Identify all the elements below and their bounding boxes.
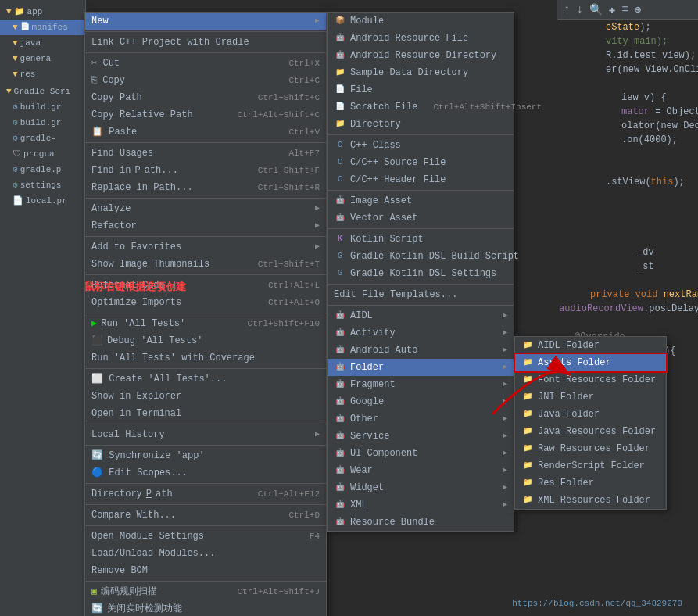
menu-folder-xml[interactable]: 📁 XML Resources Folder: [515, 492, 666, 509]
menu-item-copy-path-shortcut: Ctrl+Shift+C: [258, 89, 320, 106]
menu-item-remove-bom[interactable]: Remove BOM: [85, 562, 326, 579]
menu-item-synchronize[interactable]: 🔄 Synchronize 'app': [85, 447, 326, 464]
menu-item-new[interactable]: New ▶: [85, 13, 326, 30]
menu-new-cpp-header[interactable]: C C/C++ Header File: [328, 171, 514, 188]
menu-new-service[interactable]: 🤖 Service ▶: [328, 428, 514, 445]
menu-folder-assets[interactable]: 📁 Assets Folder: [515, 354, 666, 371]
menu-item-module-settings[interactable]: Open Module Settings F4: [85, 528, 326, 545]
menu-item-copy[interactable]: ⎘ Copy Ctrl+C: [85, 72, 326, 89]
sidebar-item-generated[interactable]: ▼ genera: [0, 51, 85, 66]
menu-new-edit-templates[interactable]: Edit File Templates...: [328, 286, 514, 303]
menu-new-activity[interactable]: 🤖 Activity ▶: [328, 324, 514, 342]
menu-arrow-fragment: ▶: [503, 376, 507, 393]
sidebar-item-res[interactable]: ▼ res: [0, 66, 85, 82]
menu-item-find-usages[interactable]: Find Usages Alt+F7: [85, 145, 326, 162]
menu-folder-aidl[interactable]: 📁 AIDL Folder: [515, 337, 666, 354]
menu-item-module-shortcut: F4: [310, 528, 320, 545]
menu-item-local-history[interactable]: Local History ▶: [85, 426, 326, 443]
menu-new-fragment[interactable]: 🤖 Fragment ▶: [328, 376, 514, 393]
menu-new-scratch-file[interactable]: 📄 Scratch File Ctrl+Alt+Shift+Insert: [328, 98, 514, 116]
menu-new-google[interactable]: 🤖 Google ▶: [328, 393, 514, 410]
menu-item-run-coverage[interactable]: Run 'All Tests' with Coverage: [85, 349, 326, 367]
menu-separator-11: [85, 483, 326, 484]
menu-item-copy-path[interactable]: Copy Path Ctrl+Shift+C: [85, 89, 326, 106]
menu-new-xml[interactable]: 🤖 XML ▶: [328, 496, 514, 514]
menu-item-load-modules[interactable]: Load/Unload Modules...: [85, 545, 326, 562]
menu-new-image-asset[interactable]: 🤖 Image Asset: [328, 192, 514, 210]
menu-arrow-analyze: ▶: [315, 200, 320, 217]
menu-item-optimize-imports[interactable]: Optimize Imports Ctrl+Alt+O: [85, 294, 326, 311]
menu-item-create-tests[interactable]: ⬜ Create 'All Tests'...: [85, 371, 326, 388]
sidebar-item-build2[interactable]: ⚙ build.gr: [0, 115, 85, 131]
menu-new-gradle-kotlin-build[interactable]: G Gradle Kotlin DSL Build Script: [328, 248, 514, 265]
menu-new-cpp-class[interactable]: C C++ Class: [328, 137, 514, 154]
menu-item-paste[interactable]: 📋 Paste Ctrl+V: [85, 124, 326, 141]
menu-item-cut-shortcut: Ctrl+X: [288, 55, 320, 72]
menu-item-code-scan[interactable]: ▣ 编码规则扫描 Ctrl+Alt+Shift+J: [85, 583, 326, 600]
menu-new-aidl[interactable]: 🤖 AIDL ▶: [328, 307, 514, 324]
menu-item-show-explorer[interactable]: Show in Explorer: [85, 388, 326, 405]
toolbar-search-icon[interactable]: 🔍: [589, 3, 603, 16]
menu-item-find-in-path[interactable]: Find in Path... Ctrl+Shift+F: [85, 162, 326, 179]
menu-new-gradle-kotlin-settings[interactable]: G Gradle Kotlin DSL Settings: [328, 265, 514, 282]
sidebar-item-build1[interactable]: ⚙ build.gr: [0, 99, 85, 115]
sidebar-item-gradle-wrapper[interactable]: ⚙ gradle-: [0, 131, 85, 146]
menu-new-wear[interactable]: 🤖 Wear ▶: [328, 462, 514, 479]
menu-new-module[interactable]: 📦 Module: [328, 13, 514, 30]
menu-new-android-resource-file[interactable]: 🤖 Android Resource File: [328, 30, 514, 47]
menu-item-run-tests[interactable]: ▶ Run 'All Tests' Ctrl+Shift+F10: [85, 315, 326, 332]
menu-item-open-terminal[interactable]: Open in Terminal: [85, 405, 326, 422]
menu-new-directory[interactable]: 📁 Directory: [328, 116, 514, 133]
menu-item-link-cpp[interactable]: Link C++ Project with Gradle: [85, 34, 326, 51]
sidebar-item-proguard[interactable]: 🛡 progua: [0, 146, 85, 162]
menu-new-cpp-source[interactable]: C C/C++ Source File: [328, 154, 514, 171]
toolbar-sync-icon[interactable]: ⊕: [635, 3, 641, 16]
menu-new-resource-bundle[interactable]: 🤖 Resource Bundle: [328, 514, 514, 531]
menu-new-widget[interactable]: 🤖 Widget ▶: [328, 479, 514, 496]
menu-item-realtime[interactable]: 🔄 关闭实时检测功能: [85, 600, 326, 616]
menu-new-folder[interactable]: 🤖 Folder ▶: [328, 359, 514, 376]
menu-item-debug-tests[interactable]: ⬛ Debug 'All Tests': [85, 332, 326, 349]
toolbar-down-icon[interactable]: ↓: [576, 3, 582, 16]
menu-folder-raw[interactable]: 📁 Raw Resources Folder: [515, 440, 666, 457]
menu-new-wear-label: 🤖 Wear: [334, 462, 373, 479]
menu-new-android-resource-dir[interactable]: 🤖 Android Resource Directory: [328, 47, 514, 64]
menu-item-add-favorites[interactable]: Add to Favorites ▶: [85, 238, 326, 256]
menu-item-copy-relative-path[interactable]: Copy Relative Path Ctrl+Alt+Shift+C: [85, 106, 326, 124]
menu-item-directory-path[interactable]: Directory Path Ctrl+Alt+F12: [85, 485, 326, 503]
toolbar-add-icon[interactable]: ✚: [609, 3, 615, 16]
menu-item-image-thumbnails[interactable]: Show Image Thumbnails Ctrl+Shift+T: [85, 256, 326, 273]
menu-new-gradle-settings-label: G Gradle Kotlin DSL Settings: [334, 265, 496, 282]
menu-item-replace-in-path[interactable]: Replace in Path... Ctrl+Shift+R: [85, 179, 326, 196]
menu-new-ui-label: 🤖 UI Component: [334, 445, 417, 462]
sidebar-item-settings[interactable]: ⚙ settings: [0, 177, 85, 193]
menu-new-other[interactable]: 🤖 Other ▶: [328, 410, 514, 428]
toolbar-up-icon[interactable]: ↑: [564, 3, 570, 16]
menu-folder-jni[interactable]: 📁 JNI Folder: [515, 389, 666, 406]
menu-item-refactor[interactable]: Refactor ▶: [85, 217, 326, 235]
sidebar-item-java[interactable]: ▼ java: [0, 35, 85, 51]
menu-new-file[interactable]: 📄 File: [328, 81, 514, 98]
menu-separator-3: [85, 142, 326, 143]
menu-item-reformat[interactable]: Reformat Code Ctrl+Alt+L: [85, 277, 326, 294]
menu-item-analyze[interactable]: Analyze ▶: [85, 200, 326, 217]
menu-new-android-auto[interactable]: 🤖 Android Auto ▶: [328, 342, 514, 359]
sidebar-item-gradle-scripts[interactable]: ▼ Gradle Scri: [0, 84, 85, 99]
sidebar-item-local[interactable]: 📄 local.pr: [0, 193, 85, 209]
menu-new-kotlin-script[interactable]: K Kotlin Script: [328, 231, 514, 248]
menu-new-ui[interactable]: 🤖 UI Component ▶: [328, 445, 514, 462]
menu-folder-font[interactable]: 📁 Font Resources Folder: [515, 371, 666, 389]
menu-new-vector-asset[interactable]: 🤖 Vector Asset: [328, 210, 514, 227]
toolbar-menu-icon[interactable]: ≡: [621, 3, 628, 16]
menu-item-edit-scopes[interactable]: 🔵 Edit Scopes...: [85, 464, 326, 482]
menu-item-compare[interactable]: Compare With... Ctrl+D: [85, 507, 326, 524]
menu-folder-java-resources[interactable]: 📁 Java Resources Folder: [515, 423, 666, 440]
menu-folder-renderscript[interactable]: 📁 RenderScript Folder: [515, 457, 666, 475]
menu-item-cut[interactable]: ✂ Cut Ctrl+X: [85, 55, 326, 72]
sidebar-item-manifests[interactable]: ▼ 📄 manifes: [0, 20, 85, 35]
menu-folder-res[interactable]: 📁 Res Folder: [515, 475, 666, 492]
menu-folder-java[interactable]: 📁 Java Folder: [515, 406, 666, 423]
sidebar-item-app[interactable]: ▼ 📁 app: [0, 4, 85, 20]
menu-new-sample-data[interactable]: 📁 Sample Data Directory: [328, 64, 514, 81]
sidebar-item-gradle-props[interactable]: ⚙ gradle.p: [0, 162, 85, 177]
